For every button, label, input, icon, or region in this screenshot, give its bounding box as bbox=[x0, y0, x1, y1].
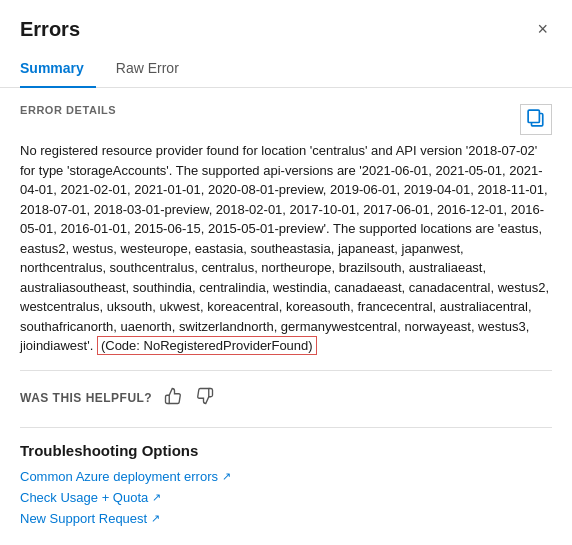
link-new-support-request[interactable]: New Support Request ↗ bbox=[20, 511, 552, 526]
error-message: No registered resource provider found fo… bbox=[20, 141, 552, 356]
thumbs-up-icon bbox=[164, 387, 182, 405]
error-text-before-code: No registered resource provider found fo… bbox=[20, 143, 549, 353]
tab-summary[interactable]: Summary bbox=[20, 52, 96, 88]
svg-rect-1 bbox=[528, 110, 539, 122]
errors-dialog: Errors × Summary Raw Error ERROR DETAILS… bbox=[0, 0, 572, 545]
dialog-header: Errors × bbox=[0, 0, 572, 52]
copy-icon bbox=[527, 109, 545, 127]
error-details-header-row: ERROR DETAILS bbox=[20, 104, 552, 135]
troubleshoot-links: Common Azure deployment errors ↗ Check U… bbox=[20, 469, 552, 526]
tabs-bar: Summary Raw Error bbox=[0, 52, 572, 88]
thumbs-up-button[interactable] bbox=[162, 385, 184, 411]
copy-button[interactable] bbox=[520, 104, 552, 135]
helpful-label: WAS THIS HELPFUL? bbox=[20, 391, 152, 405]
dialog-body: ERROR DETAILS No registered resource pro… bbox=[0, 88, 572, 545]
link-check-usage[interactable]: Check Usage + Quota ↗ bbox=[20, 490, 552, 505]
close-button[interactable]: × bbox=[533, 16, 552, 42]
link-common-azure-errors[interactable]: Common Azure deployment errors ↗ bbox=[20, 469, 552, 484]
tab-raw-error[interactable]: Raw Error bbox=[116, 52, 191, 88]
error-details-label: ERROR DETAILS bbox=[20, 104, 116, 116]
troubleshoot-title: Troubleshooting Options bbox=[20, 442, 552, 459]
error-code: (Code: NoRegisteredProviderFound) bbox=[97, 336, 317, 355]
thumbs-down-button[interactable] bbox=[194, 385, 216, 411]
dialog-title: Errors bbox=[20, 18, 80, 41]
external-link-icon-0: ↗ bbox=[222, 470, 231, 483]
external-link-icon-1: ↗ bbox=[152, 491, 161, 504]
divider-2 bbox=[20, 427, 552, 428]
divider bbox=[20, 370, 552, 371]
thumbs-down-icon bbox=[196, 387, 214, 405]
external-link-icon-2: ↗ bbox=[151, 512, 160, 525]
helpful-row: WAS THIS HELPFUL? bbox=[20, 385, 552, 411]
